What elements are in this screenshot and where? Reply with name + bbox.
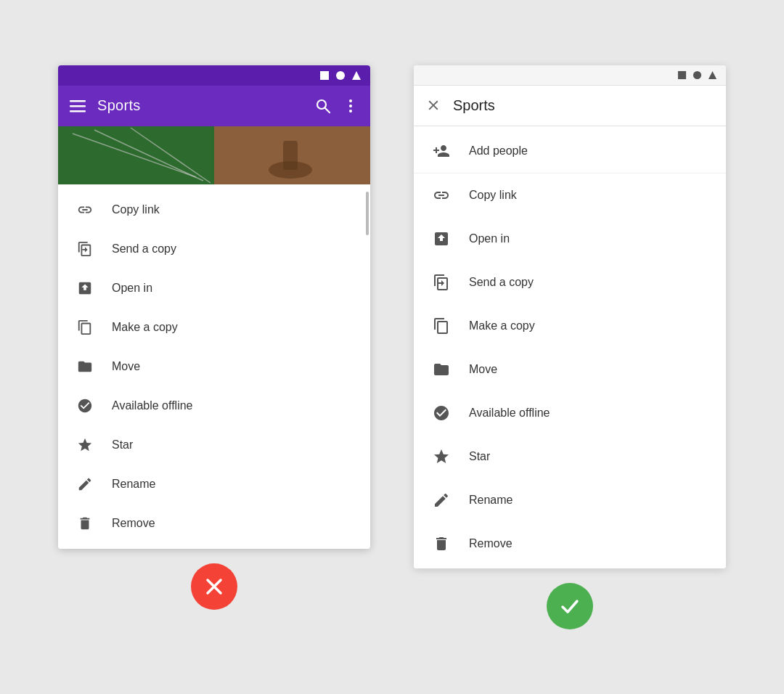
- phone-statusbar: [58, 65, 370, 86]
- pencil-icon-right: [431, 490, 452, 510]
- phone-mock-bad: Sports: [58, 65, 370, 549]
- svg-point-9: [349, 105, 352, 107]
- menu-item-remove[interactable]: Remove: [58, 504, 370, 543]
- tablet-statusbar: [414, 65, 726, 86]
- send-copy-label: Send a copy: [112, 242, 176, 256]
- svg-rect-20: [678, 70, 686, 78]
- tablet-toolbar-title: Sports: [453, 97, 714, 114]
- link-icon: [75, 200, 94, 219]
- bad-verdict-badge: [191, 563, 237, 610]
- star-icon: [75, 436, 94, 454]
- hero-image: [58, 126, 370, 184]
- svg-point-8: [349, 99, 352, 102]
- tablet-menu-item-make-copy[interactable]: Make a copy: [414, 304, 726, 348]
- offline-pin-icon-right: [431, 403, 452, 423]
- move-label: Move: [112, 360, 140, 373]
- send-copy-label-right: Send a copy: [469, 276, 534, 289]
- menu-item-send-copy[interactable]: Send a copy: [58, 229, 370, 269]
- svg-point-21: [693, 70, 701, 78]
- mocks-row: Sports: [58, 65, 726, 629]
- circle-status-icon-right: [693, 70, 702, 80]
- star-label-right: Star: [469, 450, 490, 463]
- svg-rect-3: [70, 100, 86, 102]
- send-copy-icon-right: [431, 272, 452, 293]
- tablet-menu-item-send-copy[interactable]: Send a copy: [414, 261, 726, 304]
- page-root: Sports: [58, 65, 726, 629]
- search-icon[interactable]: [315, 98, 331, 114]
- send-copy-icon: [75, 240, 94, 258]
- menu-item-available-offline[interactable]: Available offline: [58, 386, 370, 425]
- tablet-menu-item-available-offline[interactable]: Available offline: [414, 391, 726, 435]
- left-mock-col: Sports: [58, 65, 370, 610]
- tablet-menu-item-open-in[interactable]: Open in: [414, 217, 726, 261]
- tablet-menu-item-remove[interactable]: Remove: [414, 522, 726, 566]
- star-icon-right: [431, 446, 452, 467]
- checkmark-icon: [558, 594, 582, 619]
- svg-rect-5: [70, 110, 86, 113]
- star-label: Star: [112, 438, 133, 452]
- svg-rect-4: [70, 105, 86, 107]
- link-icon-right: [431, 185, 452, 205]
- open-in-label-right: Open in: [469, 232, 510, 245]
- square-status-icon: [319, 70, 330, 81]
- square-status-icon-right: [677, 70, 687, 80]
- make-copy-label-right: Make a copy: [469, 319, 535, 332]
- triangle-status-icon: [351, 70, 362, 81]
- make-copy-icon: [75, 318, 94, 337]
- person-add-icon: [431, 141, 452, 161]
- close-icon[interactable]: [425, 97, 441, 113]
- trash-icon: [75, 514, 94, 533]
- pencil-icon: [75, 475, 94, 494]
- folder-icon-right: [431, 359, 452, 380]
- menu-item-open-in[interactable]: Open in: [58, 269, 370, 308]
- remove-label: Remove: [112, 517, 155, 530]
- triangle-status-icon-right: [708, 70, 717, 80]
- tablet-menu-item-star[interactable]: Star: [414, 435, 726, 478]
- good-verdict-badge: [547, 583, 593, 629]
- svg-marker-2: [352, 71, 361, 80]
- phone-menu-wrapper: Copy link Send a copy: [58, 184, 370, 549]
- tablet-menu-item-rename[interactable]: Rename: [414, 478, 726, 522]
- phone-image-area: [58, 126, 370, 184]
- menu-item-star[interactable]: Star: [58, 425, 370, 465]
- tablet-menu-item-move[interactable]: Move: [414, 348, 726, 391]
- move-label-right: Move: [469, 363, 497, 376]
- tablet-toolbar: Sports: [414, 86, 726, 126]
- open-in-icon: [75, 279, 94, 298]
- offline-pin-icon: [75, 396, 94, 415]
- tablet-menu: Add people Copy link Open in: [414, 126, 726, 568]
- remove-label-right: Remove: [469, 537, 513, 550]
- menu-item-move[interactable]: Move: [58, 347, 370, 386]
- svg-point-1: [336, 71, 345, 80]
- open-in-label: Open in: [112, 282, 152, 295]
- menu-item-copy-link[interactable]: Copy link: [58, 190, 370, 229]
- tablet-menu-item-copy-link[interactable]: Copy link: [414, 174, 726, 217]
- make-copy-icon-right: [431, 316, 452, 336]
- x-mark-icon: [202, 574, 226, 599]
- trash-icon-right: [431, 534, 452, 554]
- more-vert-icon[interactable]: [343, 98, 359, 114]
- svg-rect-17: [283, 141, 298, 170]
- circle-status-icon: [335, 70, 346, 81]
- folder-icon: [75, 357, 94, 376]
- copy-link-label: Copy link: [112, 203, 160, 216]
- right-mock-col: Sports Add people: [414, 65, 726, 629]
- svg-rect-0: [320, 71, 329, 80]
- add-people-label: Add people: [469, 144, 528, 158]
- open-in-icon-right: [431, 229, 452, 249]
- phone-menu: Copy link Send a copy: [58, 184, 370, 549]
- svg-point-10: [349, 110, 352, 113]
- menu-item-make-copy[interactable]: Make a copy: [58, 308, 370, 347]
- available-offline-label-right: Available offline: [469, 407, 550, 420]
- svg-line-7: [325, 107, 330, 113]
- phone-toolbar-title: Sports: [97, 97, 303, 114]
- tablet-mock-good: Sports Add people: [414, 65, 726, 568]
- available-offline-label: Available offline: [112, 399, 193, 412]
- tablet-menu-item-add-people[interactable]: Add people: [414, 129, 726, 174]
- make-copy-label: Make a copy: [112, 321, 178, 334]
- rename-label: Rename: [112, 478, 155, 491]
- hamburger-menu-icon[interactable]: [70, 98, 86, 114]
- menu-item-rename[interactable]: Rename: [58, 465, 370, 504]
- svg-marker-22: [709, 70, 716, 78]
- phone-toolbar: Sports: [58, 86, 370, 126]
